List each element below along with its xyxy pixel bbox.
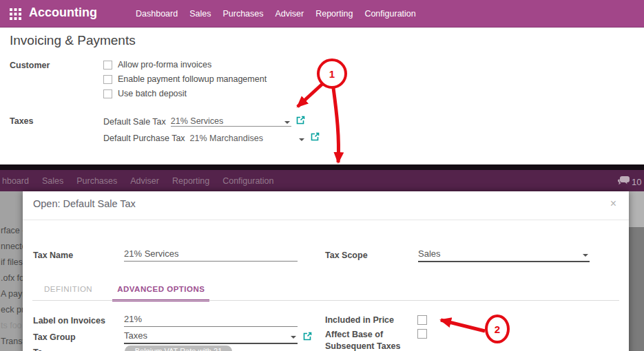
affect-base-label-line1: Affect Base of <box>325 330 383 339</box>
embedded-window-top-edge <box>0 164 644 170</box>
tax-name-input[interactable]: 21% Services <box>124 248 298 262</box>
checkbox-row-followup: Enable payment followup management <box>103 74 267 84</box>
default-purchase-tax-row: Default Purchase Tax 21% Marchandises <box>103 132 320 143</box>
modal-title: Open: Default Sale Tax <box>33 198 136 209</box>
bg-menu-sales: Sales <box>42 176 63 186</box>
page-title: Invoicing & Payments <box>10 33 136 48</box>
apps-grid-icon[interactable] <box>10 8 21 20</box>
menu-purchases[interactable]: Purchases <box>222 9 263 19</box>
included-in-price-checkbox[interactable] <box>417 315 427 325</box>
open-tax-group-external-link-icon[interactable] <box>303 331 312 343</box>
tags-label-cut: Ta <box>33 348 43 351</box>
close-icon[interactable]: × <box>610 198 616 209</box>
default-purchase-tax-field[interactable]: 21% Marchandises <box>190 134 306 143</box>
divider <box>32 300 619 301</box>
bg-menu-adviser: Adviser <box>130 176 159 186</box>
included-in-price-label: Included in Price <box>325 315 394 325</box>
bg-text-fragment: ts foo <box>1 321 22 330</box>
payment-followup-checkbox[interactable] <box>103 75 112 84</box>
tax-name-label: Tax Name <box>33 251 73 260</box>
bg-menu-purchases: Purchases <box>76 176 117 186</box>
background-main-menu: hboard Sales Purchases Adviser Reporting… <box>2 170 274 191</box>
tax-scope-value: Sales <box>418 248 441 259</box>
menu-adviser[interactable]: Adviser <box>276 9 304 19</box>
menu-reporting[interactable]: Reporting <box>315 9 353 19</box>
tax-name-value: 21% Services <box>124 248 178 259</box>
annotation-step-1: 1 <box>329 68 335 80</box>
chevron-down-icon[interactable] <box>291 336 296 339</box>
checkbox-row-proforma: Allow pro-forma invoices <box>103 60 211 70</box>
annotation-arrow-1b <box>333 88 339 162</box>
default-purchase-tax-label: Default Purchase Tax <box>103 134 185 143</box>
allow-proforma-checkbox[interactable] <box>103 61 112 70</box>
screenshot-root: Accounting Dashboard Sales Purchases Adv… <box>0 0 644 351</box>
divider <box>23 220 629 220</box>
app-header: Accounting Dashboard Sales Purchases Adv… <box>0 0 644 28</box>
app-main-menu: Dashboard Sales Purchases Adviser Report… <box>136 0 416 28</box>
default-sale-tax-value: 21% Services <box>171 116 223 126</box>
checkbox-label: Enable payment followup management <box>118 74 267 84</box>
label-on-invoices-label: Label on Invoices <box>33 316 105 326</box>
customer-section-label: Customer <box>10 61 50 70</box>
bg-text-fragment: .ofx fo <box>1 273 24 283</box>
tax-group-value: Taxes <box>124 330 147 341</box>
menu-dashboard[interactable]: Dashboard <box>136 9 178 19</box>
tax-tag-pill[interactable]: Belgium VAT Rate with 21 <box>125 345 232 351</box>
bg-menu-dashboard-cut: hboard <box>2 176 29 186</box>
chevron-down-icon[interactable] <box>284 121 290 124</box>
bg-menu-reporting: Reporting <box>172 176 209 186</box>
label-on-invoices-value: 21% <box>124 314 142 324</box>
background-app-header: hboard Sales Purchases Adviser Reporting… <box>0 170 644 191</box>
messages-indicator: 10 <box>618 176 641 188</box>
tab-definition[interactable]: DEFINITION <box>39 285 97 301</box>
taxes-section-label: Taxes <box>10 116 34 126</box>
annotation-circle-1 <box>318 60 346 87</box>
tax-group-label: Tax Group <box>33 332 76 342</box>
menu-configuration[interactable]: Configuration <box>364 9 415 19</box>
backdrop-right-lower <box>629 227 644 351</box>
tax-modal: Open: Default Sale Tax × Tax Name 21% Se… <box>23 191 629 351</box>
chevron-down-icon[interactable] <box>583 254 588 257</box>
default-sale-tax-field[interactable]: 21% Services <box>171 116 291 127</box>
modal-tabs: DEFINITION ADVANCED OPTIONS <box>39 285 209 301</box>
checkbox-label: Allow pro-forma invoices <box>118 60 211 70</box>
chat-bubbles-icon <box>618 176 630 188</box>
label-on-invoices-input[interactable]: 21% <box>124 314 298 327</box>
default-sale-tax-label: Default Sale Tax <box>103 117 166 127</box>
bg-menu-configuration: Configuration <box>222 176 273 186</box>
checkbox-label: Use batch deposit <box>118 89 187 98</box>
chevron-down-icon[interactable] <box>299 138 304 141</box>
tax-scope-select[interactable]: Sales <box>418 248 590 262</box>
backdrop-right-upper <box>629 191 644 227</box>
menu-sales[interactable]: Sales <box>189 9 211 19</box>
bg-text-fragment: if files <box>1 257 23 267</box>
checkbox-row-batch-deposit: Use batch deposit <box>103 89 187 98</box>
tax-scope-label: Tax Scope <box>325 251 368 260</box>
bg-text-fragment: rface - <box>1 226 25 235</box>
affect-base-checkbox[interactable] <box>417 329 427 339</box>
app-title: Accounting <box>29 6 97 20</box>
open-purchase-tax-external-link-icon[interactable] <box>311 132 320 143</box>
annotation-arrow-1a <box>298 84 322 107</box>
default-sale-tax-row: Default Sale Tax 21% Services <box>103 116 305 127</box>
message-count: 10 <box>632 177 641 187</box>
batch-deposit-checkbox[interactable] <box>103 89 112 98</box>
tab-advanced-options[interactable]: ADVANCED OPTIONS <box>112 285 209 301</box>
open-sale-tax-external-link-icon[interactable] <box>296 116 305 127</box>
default-purchase-tax-value: 21% Marchandises <box>190 134 263 143</box>
tax-group-field[interactable]: Taxes <box>124 330 298 344</box>
affect-base-label-line2: Subsequent Taxes <box>325 341 401 351</box>
